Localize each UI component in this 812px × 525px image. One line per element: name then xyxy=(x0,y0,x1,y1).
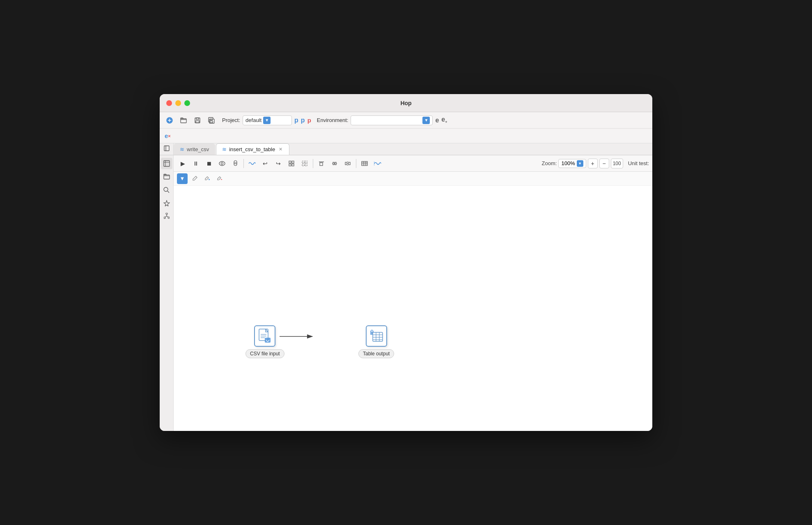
tab-write-csv-icon: ≋ xyxy=(180,146,184,152)
svg-point-22 xyxy=(219,161,225,166)
secondary-toolbar: e× xyxy=(160,129,652,143)
separator-2 xyxy=(313,159,313,168)
svg-rect-61 xyxy=(373,332,383,341)
save-button[interactable] xyxy=(192,115,203,126)
title-bar: Hop xyxy=(160,94,652,112)
svg-point-20 xyxy=(164,217,165,219)
svg-rect-5 xyxy=(196,118,199,120)
csv-file-icon xyxy=(258,329,271,343)
svg-rect-31 xyxy=(305,161,307,163)
stop-button[interactable]: ⏹ xyxy=(203,158,215,169)
align-left-button[interactable] xyxy=(316,158,327,169)
pipeline-toolbar: ▶ ⏸ ⏹ xyxy=(174,155,652,172)
sidebar-item-pipeline[interactable] xyxy=(161,158,172,169)
zoom-label: Zoom: xyxy=(542,160,557,166)
zoom-controls: Zoom: 100% ▼ + − 100 Unit test: xyxy=(542,159,649,168)
sub-toolbar: ▼ xyxy=(174,172,652,186)
svg-rect-30 xyxy=(302,161,304,163)
sub-edit-button[interactable] xyxy=(189,173,200,184)
project-value: default xyxy=(245,117,261,123)
tab-close-button[interactable]: ✕ xyxy=(278,147,283,152)
svg-rect-43 xyxy=(349,162,350,165)
tab-write-csv[interactable]: ≋ write_csv xyxy=(174,143,215,155)
project-dropdown[interactable]: default ▼ xyxy=(243,115,292,125)
undo-button[interactable]: ↩ xyxy=(259,158,271,169)
zoom-in-button[interactable]: + xyxy=(588,159,598,168)
env-icon-2[interactable]: e+ xyxy=(441,116,447,124)
zoom-reset-button[interactable]: 100 xyxy=(611,159,623,168)
canvas-container: ▶ ⏸ ⏹ xyxy=(174,155,652,431)
window-title: Hop xyxy=(400,100,411,106)
sub-dropdown-button[interactable]: ▼ xyxy=(177,173,188,184)
svg-rect-44 xyxy=(362,161,367,166)
env-label: Environment: xyxy=(317,117,349,123)
svg-line-18 xyxy=(167,191,169,193)
snap-button[interactable] xyxy=(299,158,310,169)
svg-point-19 xyxy=(166,213,167,214)
svg-rect-11 xyxy=(164,146,169,151)
env-icon-1[interactable]: e xyxy=(435,117,439,124)
wave-button2[interactable] xyxy=(372,158,383,169)
project-icon-1[interactable]: p xyxy=(294,117,298,124)
run-button[interactable]: ▶ xyxy=(177,158,188,169)
tab-insert-csv[interactable]: ≋ insert_csv_to_table ✕ xyxy=(216,143,289,155)
zoom-value: 100% xyxy=(561,160,575,166)
svg-rect-42 xyxy=(345,162,347,165)
csv-node-label: CSV file input xyxy=(245,349,284,358)
align-button2[interactable] xyxy=(342,158,353,169)
grid-button[interactable] xyxy=(286,158,297,169)
minimize-button[interactable] xyxy=(175,100,181,106)
application-window: Hop xyxy=(160,94,652,431)
unit-test-label: Unit test: xyxy=(628,160,649,166)
env-x-button[interactable]: e× xyxy=(162,131,173,140)
table-node-icon-box xyxy=(366,325,387,347)
svg-rect-27 xyxy=(292,161,294,163)
add-button[interactable] xyxy=(164,115,175,126)
sub-del-link-button[interactable] xyxy=(214,173,225,184)
svg-point-23 xyxy=(221,162,223,164)
svg-rect-6 xyxy=(196,121,199,123)
project-label: Project: xyxy=(222,117,240,123)
zoom-dropdown[interactable]: 100% ▼ xyxy=(558,159,586,168)
sub-add-link-button[interactable] xyxy=(202,173,212,184)
pause-button[interactable]: ⏸ xyxy=(190,158,202,169)
preview-button[interactable] xyxy=(216,158,228,169)
svg-rect-32 xyxy=(302,164,304,166)
sidebar-toggle[interactable] xyxy=(162,143,172,153)
node-table-output[interactable]: Table output xyxy=(358,325,394,358)
svg-rect-29 xyxy=(292,164,294,166)
tab-write-csv-label: write_csv xyxy=(187,146,209,152)
svg-rect-26 xyxy=(289,161,291,163)
pipeline-canvas[interactable]: CSV file input xyxy=(174,186,652,431)
env-dropdown[interactable]: ▼ xyxy=(351,115,433,125)
tabs-container: ≋ write_csv ≋ insert_csv_to_table ✕ xyxy=(160,143,652,155)
sidebar-item-folder[interactable] xyxy=(161,171,172,182)
sidebar-item-git[interactable] xyxy=(161,210,172,222)
maximize-button[interactable] xyxy=(184,100,190,106)
zoom-out-button[interactable]: − xyxy=(599,159,609,168)
tab-insert-csv-label: insert_csv_to_table xyxy=(229,146,275,152)
project-dropdown-arrow: ▼ xyxy=(263,117,271,124)
close-button[interactable] xyxy=(166,100,172,106)
debug-button[interactable] xyxy=(229,158,241,169)
svg-point-17 xyxy=(164,187,168,191)
table-view-button[interactable] xyxy=(359,158,370,169)
zoom-dropdown-arrow: ▼ xyxy=(577,160,583,167)
node-csv-input[interactable]: CSV file input xyxy=(245,325,284,358)
sidebar-item-search[interactable] xyxy=(161,184,172,196)
distribute-button[interactable] xyxy=(329,158,340,169)
open-button[interactable] xyxy=(178,115,189,126)
env-dropdown-arrow: ▼ xyxy=(422,117,430,124)
project-icon-3[interactable]: p xyxy=(307,117,311,124)
tab-insert-csv-icon: ≋ xyxy=(222,146,227,152)
svg-rect-39 xyxy=(335,162,336,165)
main-area: ▶ ⏸ ⏹ xyxy=(160,155,652,431)
separator-1 xyxy=(243,159,244,168)
sidebar-item-star[interactable] xyxy=(161,197,172,209)
save-all-button[interactable] xyxy=(206,115,217,126)
main-toolbar: Project: default ▼ p p p Environment: ▼ … xyxy=(160,112,652,129)
svg-point-21 xyxy=(168,217,170,219)
wave-button[interactable] xyxy=(246,158,258,169)
project-icon-2[interactable]: p xyxy=(301,117,305,124)
redo-button[interactable]: ↪ xyxy=(273,158,284,169)
